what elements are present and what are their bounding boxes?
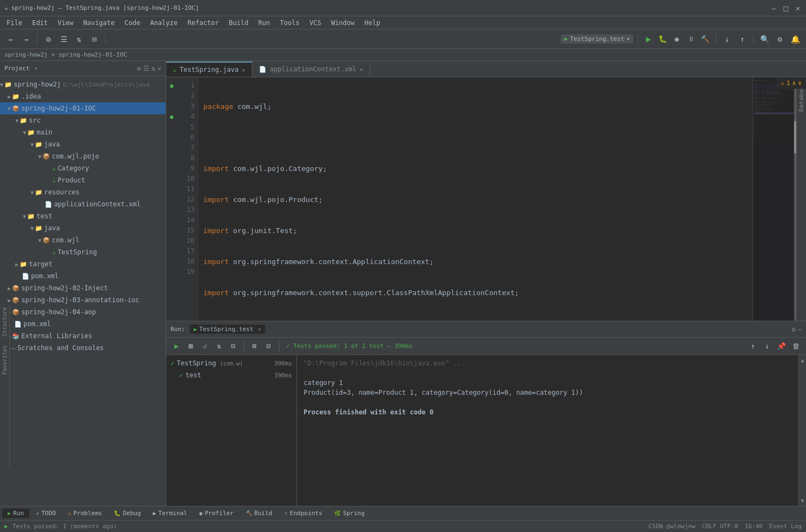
sort-test-button[interactable]: ⇅ (213, 340, 225, 352)
close-tab-appcontext[interactable]: ✕ (360, 66, 363, 72)
tree-item-idea[interactable]: ▶ 📁 .idea (0, 90, 166, 102)
tree-item-Category[interactable]: ☕ Category (0, 162, 166, 174)
bottom-tab-debug[interactable]: 🐛 Debug (108, 509, 146, 518)
tree-item-TestSpring[interactable]: ☕ TestSpring (0, 246, 166, 258)
tree-item-test-java[interactable]: ▼ 📁 java (0, 222, 166, 234)
tree-item-com.wjl.pojo[interactable]: ▼ 📦 com.wjl.pojo (0, 150, 166, 162)
tree-item-spring-how2j-02-Inject[interactable]: ▶ 📦 spring-how2j-02-Inject (0, 282, 166, 294)
pin-output-button[interactable]: 📌 (775, 340, 787, 352)
close-button[interactable]: ✕ (794, 4, 802, 12)
project-settings-icon[interactable]: ⚙ (137, 65, 141, 72)
tree-item-resources[interactable]: ▼ 📁 resources (0, 186, 166, 198)
tree-item-spring-how2j-01-IOC[interactable]: ▼ 📦 spring-how2j-01-IOC (0, 102, 166, 114)
bottom-tab-spring[interactable]: 🌿 Spring (329, 509, 370, 518)
status-line-col[interactable]: 16:40 (744, 523, 762, 530)
list-button[interactable]: ☰ (57, 33, 70, 46)
menu-item-tools[interactable]: Tools (276, 18, 304, 28)
forward-button[interactable]: → (20, 33, 33, 46)
back-button[interactable]: ← (4, 33, 17, 46)
run-scroll-down[interactable]: ▼ (801, 498, 804, 504)
menu-item-refactor[interactable]: Refactor (183, 18, 223, 28)
tab-TestSpring-java[interactable]: ☕ TestSpring.java ✕ (166, 62, 252, 77)
bottom-tab-run[interactable]: ▶ Run (2, 509, 29, 518)
coverage-button[interactable]: ◉ (671, 33, 683, 45)
search-button[interactable]: 🔍 (758, 33, 771, 46)
gutter-line-11[interactable]: ● (166, 112, 177, 122)
project-close-icon[interactable]: ✕ (157, 65, 161, 72)
tree-item-com.wjl[interactable]: ▼ 📦 com.wjl (0, 234, 166, 246)
git-push-button[interactable]: ↑ (736, 33, 749, 46)
bottom-tab-profiler[interactable]: ◉ Profiler (194, 509, 239, 518)
menu-item-window[interactable]: Window (326, 18, 359, 28)
run-minimize-icon[interactable]: — (798, 326, 802, 333)
menu-item-help[interactable]: Help (360, 18, 385, 28)
run-config-selector[interactable]: ▶ TestSpring.test ▾ (561, 34, 633, 44)
filter-button[interactable]: ⊟ (88, 33, 101, 46)
code-content[interactable]: package com.wjl; import com.wjl.pojo.Cat… (199, 77, 753, 321)
minimap[interactable]: package com.wjl; import com.wjl.pojo.Cat… (753, 77, 796, 321)
rerun-failed-button[interactable]: ↺ (199, 340, 211, 352)
stop-run-button[interactable]: ⏹ (185, 340, 197, 352)
collapse-test-button[interactable]: ⊟ (263, 340, 275, 352)
menu-item-navigate[interactable]: Navigate (79, 18, 119, 28)
menu-item-edit[interactable]: Edit (28, 18, 52, 28)
code-editor[interactable]: ● ● 1 2 3 4 5 6 7 8 9 10 11 (166, 77, 806, 321)
run-scroll-up[interactable]: ▲ (801, 357, 804, 363)
bottom-tab-build[interactable]: 🔨 Build (240, 509, 278, 518)
tab-applicationContext-xml[interactable]: 📄 applicationContext.xml ✕ (252, 62, 370, 77)
run-scrollbar[interactable]: ▲ ▼ (798, 355, 806, 506)
tree-item-spring-how2j-04-aop[interactable]: ▶ 📦 spring-how2j-04-aop (0, 306, 166, 318)
run-tree-test[interactable]: ✓ test 390ms (166, 369, 296, 381)
bottom-tab-problems[interactable]: ⚠ Problems (62, 509, 107, 518)
minimize-button[interactable]: — (770, 4, 778, 12)
tree-item-external-libs[interactable]: ▶ 📚 External Libraries (0, 330, 166, 342)
tree-item-java[interactable]: ▼ 📁 java (0, 138, 166, 150)
menu-item-code[interactable]: Code (120, 18, 145, 28)
expand-test-button[interactable]: ⊞ (249, 340, 260, 352)
tree-item-src[interactable]: ▼ 📁 src (0, 114, 166, 126)
status-git[interactable]: CSDN @wlmwjnw (649, 523, 695, 530)
tree-item-scratches[interactable]: ▶ ✏ Scratches and Consoles (0, 342, 166, 354)
scroll-up-button[interactable]: ↑ (747, 340, 759, 352)
bottom-tab-terminal[interactable]: ▶ Terminal (148, 509, 193, 518)
build-button[interactable]: 🔨 (699, 33, 711, 45)
gutter-line-9[interactable]: ● (166, 81, 177, 91)
settings-button[interactable]: ⚙ (42, 33, 55, 46)
tree-item-Product[interactable]: ☕ Product (0, 174, 166, 186)
run-tree-testspring[interactable]: ✓ TestSpring (com.w) 390ms (166, 357, 296, 369)
tree-item-pom-root[interactable]: 📄 pom.xml (0, 318, 166, 330)
tree-item-main[interactable]: ▼ 📁 main (0, 126, 166, 138)
run-tab-testspring[interactable]: ▶ TestSpring.test ✕ (190, 325, 265, 334)
rerun-button[interactable]: ▶ (171, 340, 183, 352)
menu-item-view[interactable]: View (53, 18, 78, 28)
debug-button[interactable]: 🐛 (657, 33, 669, 45)
clear-output-button[interactable]: 🗑 (790, 340, 802, 352)
tree-item-test[interactable]: ▼ 📁 test (0, 210, 166, 222)
stop-button[interactable]: ⏸ (685, 33, 697, 45)
project-list-icon[interactable]: ☰ (143, 65, 149, 72)
favorites-label[interactable]: Favorites (2, 345, 8, 375)
status-encoding[interactable]: CRLF UTF-8 (702, 523, 738, 530)
warning-nav-down[interactable]: ∨ (798, 80, 802, 87)
maximize-button[interactable]: □ (782, 4, 790, 12)
bottom-tab-todo[interactable]: ✓ TODO (31, 509, 62, 518)
git-update-button[interactable]: ↓ (720, 33, 734, 46)
project-collapse-icon[interactable]: ⇅ (151, 65, 155, 72)
project-dropdown-arrow[interactable]: ▾ (34, 65, 38, 71)
settings2-button[interactable]: ⚙ (773, 33, 786, 46)
tree-item-target[interactable]: ▶ 📁 target (0, 258, 166, 270)
run-settings-icon[interactable]: ⚙ (792, 326, 796, 333)
close-tab-testspring[interactable]: ✕ (242, 67, 245, 73)
tree-item-applicationContext.xml[interactable]: 📄 applicationContext.xml (0, 198, 166, 210)
structure-label[interactable]: Structure (2, 307, 8, 337)
event-log-label[interactable]: Event Log (769, 523, 802, 530)
sort-button[interactable]: ⇅ (72, 33, 86, 46)
run-button[interactable]: ▶ (643, 33, 655, 45)
bottom-tab-endpoints[interactable]: ⚡ Endpoints (279, 509, 328, 518)
menu-item-run[interactable]: Run (254, 18, 275, 28)
scroll-down-button[interactable]: ↓ (761, 340, 773, 352)
tree-item-spring-how2j-03-annotation-ioc[interactable]: ▶ 📦 spring-how2j-03-annotation-ioc (0, 294, 166, 306)
menu-item-analyze[interactable]: Analyze (146, 18, 182, 28)
tree-item-pom-01[interactable]: 📄 pom.xml (0, 270, 166, 282)
menu-item-build[interactable]: Build (225, 18, 253, 28)
